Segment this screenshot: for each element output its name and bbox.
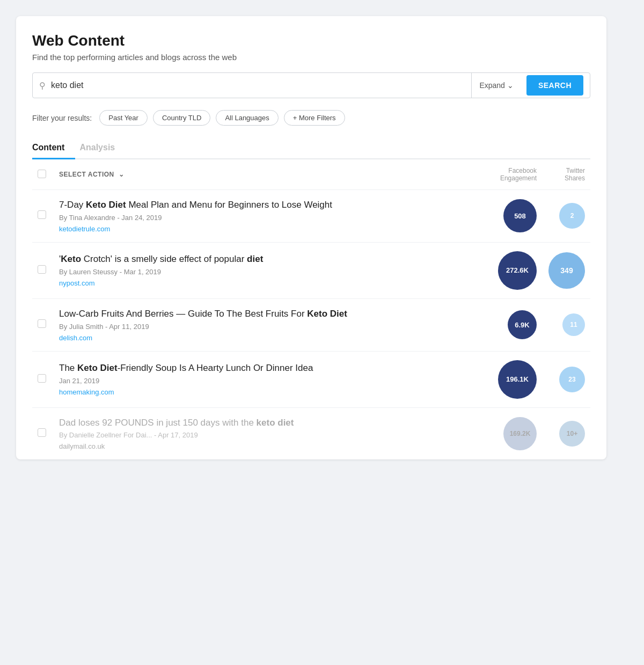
article-content-cell: Dad loses 92 POUNDS in just 150 days wit… xyxy=(54,407,483,459)
row-checkbox[interactable] xyxy=(38,374,46,383)
article-content-cell: 'Keto Crotch' is a smelly side effect of… xyxy=(54,242,483,298)
filter-more-filters[interactable]: + More Filters xyxy=(284,110,345,126)
col-header-facebook: FacebookEngagement xyxy=(483,159,542,190)
article-title: Low-Carb Fruits And Berries — Guide To T… xyxy=(59,308,478,320)
article-content-cell: 7-Day Keto Diet Meal Plan and Menu for B… xyxy=(54,190,483,243)
article-link[interactable]: nypost.com xyxy=(59,279,94,287)
article-meta: Jan 21, 2019 xyxy=(59,377,478,385)
article-link[interactable]: ketodietrule.com xyxy=(59,225,110,233)
facebook-circle: 196.1K xyxy=(498,360,537,399)
article-link[interactable]: homemaking.com xyxy=(59,388,114,396)
results-table: SELECT ACTION ⌄ FacebookEngagement Twitt… xyxy=(32,159,590,459)
expand-button[interactable]: Expand ⌄ xyxy=(471,73,521,98)
tabs: Content Analysis xyxy=(32,137,590,159)
filter-country-tld[interactable]: Country TLD xyxy=(153,110,210,126)
main-container: Web Content Find the top performing arti… xyxy=(16,16,606,459)
article-meta: By Tina Alexandre - Jan 24, 2019 xyxy=(59,214,478,222)
table-row: 7-Day Keto Diet Meal Plan and Menu for B… xyxy=(32,190,590,243)
col-header-checkbox xyxy=(32,159,54,190)
row-checkbox[interactable] xyxy=(38,428,46,437)
facebook-circle: 6.9K xyxy=(508,310,537,339)
page-title: Web Content xyxy=(32,32,590,49)
twitter-circle: 349 xyxy=(548,252,585,289)
facebook-metric-cell: 196.1K xyxy=(483,351,542,407)
article-meta: By Julia Smith - Apr 11, 2019 xyxy=(59,323,478,331)
table-row: The Keto Diet-Friendly Soup Is A Hearty … xyxy=(32,351,590,407)
twitter-metric-cell: 11 xyxy=(542,298,590,351)
article-title: Dad loses 92 POUNDS in just 150 days wit… xyxy=(59,416,478,429)
select-action-chevron: ⌄ xyxy=(119,171,125,178)
row-checkbox[interactable] xyxy=(38,265,46,274)
row-checkbox-cell xyxy=(32,351,54,407)
twitter-circle: 11 xyxy=(562,313,585,336)
search-input[interactable] xyxy=(51,81,471,90)
facebook-metric-cell: 508 xyxy=(483,190,542,243)
article-content-cell: Low-Carb Fruits And Berries — Guide To T… xyxy=(54,298,483,351)
search-button[interactable]: SEARCH xyxy=(526,75,583,96)
filter-label: Filter your results: xyxy=(32,114,92,122)
article-meta: By Lauren Steussy - Mar 1, 2019 xyxy=(59,268,478,276)
row-checkbox-cell xyxy=(32,407,54,459)
table-row: Low-Carb Fruits And Berries — Guide To T… xyxy=(32,298,590,351)
col-header-select-action: SELECT ACTION ⌄ xyxy=(54,159,483,190)
row-checkbox[interactable] xyxy=(38,319,46,328)
twitter-metric-cell: 2 xyxy=(542,190,590,243)
col-header-twitter: TwitterShares xyxy=(542,159,590,190)
article-title: The Keto Diet-Friendly Soup Is A Hearty … xyxy=(59,362,478,375)
table-row: 'Keto Crotch' is a smelly side effect of… xyxy=(32,242,590,298)
select-all-checkbox[interactable] xyxy=(38,170,46,178)
twitter-circle: 10+ xyxy=(559,421,585,447)
article-title: 7-Day Keto Diet Meal Plan and Menu for B… xyxy=(59,199,478,211)
article-link[interactable]: delish.com xyxy=(59,334,92,342)
twitter-circle: 23 xyxy=(559,367,585,392)
filter-row: Filter your results: Past Year Country T… xyxy=(32,110,590,126)
article-title: 'Keto Crotch' is a smelly side effect of… xyxy=(59,253,478,266)
facebook-metric-cell: 6.9K xyxy=(483,298,542,351)
tab-content[interactable]: Content xyxy=(32,137,75,159)
facebook-circle: 508 xyxy=(503,199,537,232)
row-checkbox[interactable] xyxy=(38,210,46,219)
row-checkbox-cell xyxy=(32,190,54,243)
facebook-metric-cell: 272.6K xyxy=(483,242,542,298)
search-bar: ⚲ Expand ⌄ SEARCH xyxy=(32,72,590,98)
article-content-cell: The Keto Diet-Friendly Soup Is A Hearty … xyxy=(54,351,483,407)
article-meta: By Danielle Zoellner For Dai... - Apr 17… xyxy=(59,431,478,439)
select-action-label: SELECT ACTION xyxy=(59,171,114,178)
twitter-metric-cell: 10+ xyxy=(542,407,590,459)
twitter-metric-cell: 23 xyxy=(542,351,590,407)
page-subtitle: Find the top performing articles and blo… xyxy=(32,53,590,62)
table-row: Dad loses 92 POUNDS in just 150 days wit… xyxy=(32,407,590,459)
row-checkbox-cell xyxy=(32,242,54,298)
twitter-circle: 2 xyxy=(559,203,585,229)
filter-all-languages[interactable]: All Languages xyxy=(216,110,278,126)
row-checkbox-cell xyxy=(32,298,54,351)
tab-analysis[interactable]: Analysis xyxy=(79,137,126,159)
article-link[interactable]: dailymail.co.uk xyxy=(59,442,105,450)
chevron-down-icon: ⌄ xyxy=(507,81,514,90)
search-icon: ⚲ xyxy=(39,81,46,91)
facebook-circle: 272.6K xyxy=(498,251,537,290)
filter-past-year[interactable]: Past Year xyxy=(99,110,148,126)
facebook-circle: 169.2K xyxy=(503,417,537,450)
twitter-metric-cell: 349 xyxy=(542,242,590,298)
facebook-metric-cell: 169.2K xyxy=(483,407,542,459)
